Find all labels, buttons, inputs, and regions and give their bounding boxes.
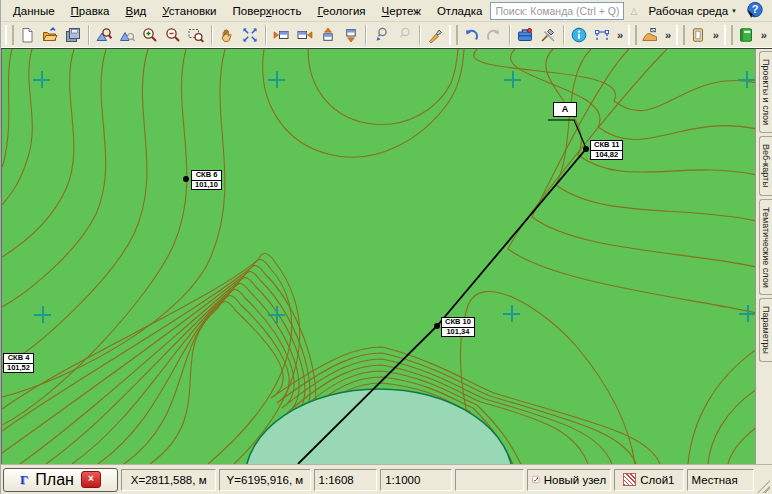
borehole-point[interactable] (583, 146, 589, 152)
menu-item-7[interactable]: Чертеж (374, 3, 429, 19)
side-tab-1[interactable]: Проекты и слои (759, 51, 772, 133)
side-panel-tabs: Проекты и слоиВеб-картыТематические слои… (755, 49, 772, 464)
borehole-label[interactable]: СКВ 4101,52 (3, 353, 34, 373)
geology-book-icon[interactable] (735, 23, 758, 47)
side-tab-2[interactable]: Веб-карты (759, 136, 772, 196)
redo-icon[interactable] (483, 23, 506, 47)
borehole-label[interactable]: СКВ 10101,34 (441, 317, 475, 337)
project-box-icon[interactable] (514, 23, 537, 47)
zoom-window-icon[interactable] (185, 23, 208, 47)
workspace-menu[interactable]: Рабочая среда ▼ (644, 3, 741, 19)
more-chevron-icon[interactable]: » (662, 29, 674, 41)
borehole-point[interactable] (434, 323, 440, 329)
menu-bar: ДанныеПравкаВидУстановкиПоверхностьГеоло… (1, 0, 772, 22)
scroll-left-icon[interactable] (270, 23, 293, 47)
grid-cross-icon (738, 71, 755, 88)
command-search (490, 2, 623, 20)
y-coordinate-readout: Y=6195,916, м (219, 469, 310, 491)
current-scale-field[interactable]: 1:1608 (314, 469, 378, 491)
pan-hand-icon[interactable] (216, 23, 239, 47)
node-mode-label: Новый узел (544, 474, 606, 486)
command-search-input[interactable] (491, 4, 622, 18)
status-bar: Г План × X=2811,588, м Y=6195,916, м 1:1… (1, 464, 772, 494)
target-scale-field[interactable]: 1:1000 (380, 469, 451, 491)
map-viewport[interactable]: СКВ 6101,10СКВ 11104,82СКВ 10101,34СКВ 4… (1, 49, 755, 464)
zoom-out-icon[interactable] (162, 23, 185, 47)
toolbar-separator (509, 25, 511, 45)
main-area: СКВ 6101,10СКВ 11104,82СКВ 10101,34СКВ 4… (1, 48, 772, 464)
zoom-fragment-icon[interactable] (93, 23, 116, 47)
grid-cross-icon (504, 71, 521, 88)
plan-view-icon: Г (20, 472, 28, 488)
borehole-label[interactable]: СКВ 11104,82 (590, 140, 623, 160)
scroll-right-icon[interactable] (293, 23, 316, 47)
zoom-in-icon[interactable] (139, 23, 162, 47)
app-window: ДанныеПравкаВидУстановкиПоверхностьГеоло… (0, 0, 772, 494)
menu-item-5[interactable]: Поверхность (225, 3, 310, 19)
node-mode-button[interactable]: Новый узел (527, 469, 611, 491)
active-layer-button[interactable]: Слой1 (614, 469, 683, 491)
side-tab-3[interactable]: Тематические слои (759, 199, 772, 296)
borehole-point[interactable] (183, 176, 189, 182)
layer-swatch-icon (623, 473, 636, 486)
point-a-label[interactable]: А (553, 102, 577, 117)
borehole-label[interactable]: СКВ 6101,10 (191, 170, 222, 190)
expand-triangle-icon: △ (631, 6, 638, 16)
info-icon[interactable] (568, 23, 591, 47)
zoom-to-scale-icon[interactable] (116, 23, 139, 47)
toolbar-separator (563, 25, 565, 45)
select-fence-icon[interactable] (591, 23, 614, 47)
more-chevron-icon[interactable]: » (614, 29, 626, 41)
surface-tools-icon[interactable] (639, 23, 662, 47)
grid-cross-icon (268, 306, 285, 323)
sheets-tool-icon[interactable] (687, 23, 710, 47)
new-document-icon[interactable] (16, 23, 39, 47)
toolbar-separator (365, 25, 367, 45)
help-icon[interactable]: ? (745, 1, 764, 20)
menu-items: ДанныеПравкаВидУстановкиПоверхностьГеоло… (5, 3, 490, 19)
toolbar-grip[interactable] (628, 25, 637, 45)
grid-cross-icon (33, 71, 50, 88)
coord-system-button[interactable]: Местная (687, 469, 755, 491)
grid-cross-icon (34, 306, 51, 323)
more-chevron-icon[interactable]: » (758, 29, 770, 41)
find-faded-icon[interactable] (393, 23, 416, 47)
map-canvas (2, 49, 755, 464)
menu-item-2[interactable]: Правка (63, 3, 118, 19)
build-tools-icon[interactable] (537, 23, 560, 47)
toolbar-separator (211, 25, 213, 45)
tab-plan-label: План (35, 471, 74, 489)
node-icon (532, 473, 540, 486)
grid-cross-icon (739, 305, 755, 322)
open-folder-icon[interactable] (39, 23, 62, 47)
menu-item-1[interactable]: Данные (5, 3, 63, 19)
menu-item-3[interactable]: Вид (117, 3, 154, 19)
toolbar-separator (419, 25, 421, 45)
scroll-down-icon[interactable] (339, 23, 362, 47)
side-tab-4[interactable]: Параметры (759, 298, 772, 362)
toolbar-grip[interactable] (676, 25, 685, 45)
tab-plan[interactable]: Г План × (3, 468, 118, 492)
grid-cross-icon (503, 305, 520, 322)
toolbar-separator (265, 25, 267, 45)
x-coordinate-readout: X=2811,588, м (121, 469, 216, 491)
scroll-up-icon[interactable] (316, 23, 339, 47)
workspace-label: Рабочая среда (648, 5, 728, 17)
style-brush-icon[interactable] (424, 23, 447, 47)
fit-extents-icon[interactable] (239, 23, 262, 47)
close-tab-icon[interactable]: × (81, 471, 101, 488)
lake (245, 389, 513, 464)
spare-field (455, 469, 524, 491)
more-chevron-icon[interactable]: » (710, 29, 722, 41)
menu-item-6[interactable]: Геология (309, 3, 373, 19)
menu-item-8[interactable]: Отладка (429, 3, 491, 19)
toolbar-grip[interactable] (5, 25, 14, 45)
resize-grip[interactable] (757, 480, 770, 493)
toolbar-grip[interactable] (724, 25, 733, 45)
toolbar: »»»» (1, 22, 772, 48)
menu-item-4[interactable]: Установки (154, 3, 224, 19)
undo-icon[interactable] (460, 23, 483, 47)
save-all-icon[interactable] (62, 23, 85, 47)
toolbar-grip[interactable] (449, 25, 458, 45)
find-icon[interactable] (370, 23, 393, 47)
